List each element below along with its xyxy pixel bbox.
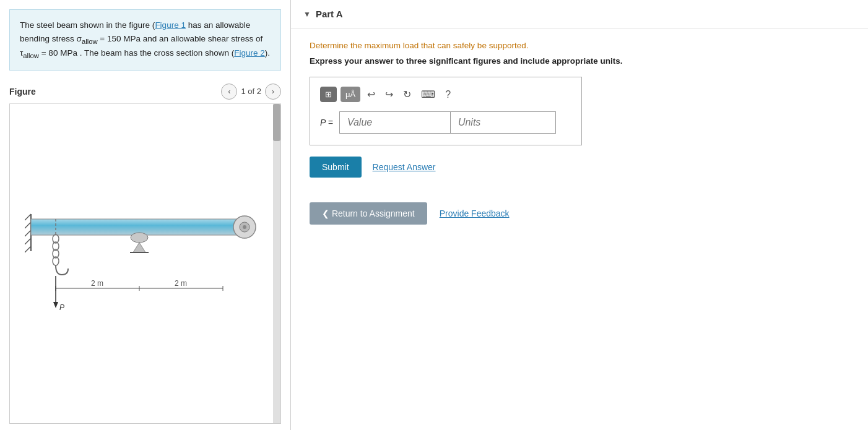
figure-section: Figure ‹ 1 of 2 ›: [0, 80, 290, 430]
submit-row: Submit Request Answer: [310, 157, 849, 178]
value-input[interactable]: [339, 111, 451, 134]
help-button[interactable]: ?: [442, 87, 454, 103]
units-input[interactable]: [451, 111, 556, 134]
part-header: ▼ Part A: [291, 0, 868, 28]
beam-diagram: 2 m 2 m P: [25, 202, 266, 325]
svg-text:2 m: 2 m: [90, 279, 103, 288]
problem-text-1: The steel beam shown in the figure (: [20, 20, 155, 30]
redo-button[interactable]: ↪: [382, 86, 396, 103]
undo-button[interactable]: ↩: [364, 86, 378, 103]
bottom-navigation: ❮ Return to Assignment Provide Feedback: [310, 196, 849, 237]
express-text: Express your answer to three significant…: [310, 56, 849, 66]
svg-line-3: [25, 230, 31, 236]
request-answer-button[interactable]: Request Answer: [373, 162, 436, 172]
svg-marker-26: [53, 302, 58, 308]
figure-scrollbar[interactable]: [273, 104, 280, 423]
answer-toolbar: ⊞ μÅ ↩ ↪ ↻ ⌨ ?: [320, 86, 571, 103]
svg-point-9: [243, 225, 246, 229]
figure-navigation: ‹ 1 of 2 ›: [221, 84, 281, 100]
part-title: Part A: [316, 9, 343, 19]
svg-line-4: [25, 238, 31, 244]
part-chevron-icon: ▼: [303, 10, 311, 19]
figure-image: 2 m 2 m P: [9, 104, 281, 424]
svg-line-5: [25, 246, 31, 252]
svg-text:2 m: 2 m: [174, 279, 186, 288]
matrix-button[interactable]: ⊞: [320, 87, 337, 102]
right-panel: ▼ Part A Determine the maximum load that…: [291, 0, 868, 430]
figure-svg: 2 m 2 m P: [10, 104, 280, 423]
refresh-button[interactable]: ↻: [400, 86, 414, 103]
left-panel: The steel beam shown in the figure (Figu…: [0, 0, 291, 430]
figure-count: 1 of 2: [241, 87, 261, 96]
instruction-text: Determine the maximum load that can safe…: [310, 41, 849, 50]
matrix-icon: ⊞: [325, 90, 332, 99]
problem-description: The steel beam shown in the figure (Figu…: [9, 9, 281, 71]
figure-next-button[interactable]: ›: [265, 84, 281, 100]
scroll-thumb: [273, 104, 280, 141]
submit-button[interactable]: Submit: [310, 157, 362, 178]
figure-title: Figure: [9, 87, 36, 97]
keyboard-button[interactable]: ⌨: [418, 86, 438, 103]
part-content: Determine the maximum load that can safe…: [291, 28, 868, 249]
svg-marker-11: [133, 243, 145, 252]
svg-line-2: [25, 222, 31, 228]
answer-box: ⊞ μÅ ↩ ↪ ↻ ⌨ ? P =: [310, 77, 582, 145]
figure-prev-button[interactable]: ‹: [221, 84, 237, 100]
mu-icon: μÅ: [345, 90, 355, 99]
svg-text:P: P: [59, 303, 64, 312]
return-to-assignment-button[interactable]: ❮ Return to Assignment: [310, 202, 427, 225]
figure2-link[interactable]: Figure 2: [234, 48, 265, 58]
answer-row: P =: [320, 111, 571, 134]
svg-line-1: [25, 214, 31, 220]
figure-header: Figure ‹ 1 of 2 ›: [9, 80, 281, 104]
provide-feedback-button[interactable]: Provide Feedback: [440, 209, 510, 218]
p-label: P =: [320, 118, 333, 127]
figure1-link[interactable]: Figure 1: [155, 20, 186, 30]
mu-button[interactable]: μÅ: [341, 87, 360, 102]
svg-point-10: [131, 233, 148, 243]
